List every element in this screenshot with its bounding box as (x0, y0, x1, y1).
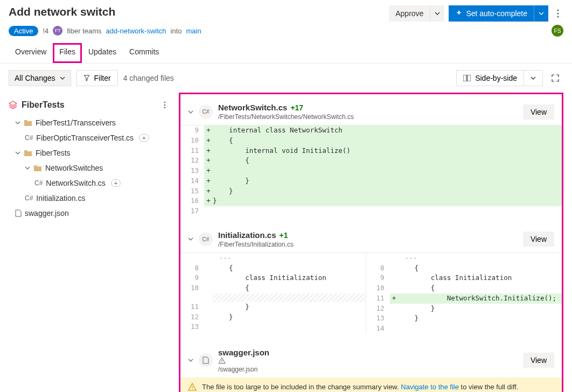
line-number: 8 (366, 263, 390, 274)
team-name: fiber teams (67, 27, 101, 35)
add-badge: + (111, 179, 121, 187)
tree-item[interactable]: FiberTests (9, 145, 170, 160)
add-count: +1 (280, 231, 288, 240)
changed-files-count: 4 changed files (123, 74, 174, 82)
more-actions-button[interactable] (553, 6, 563, 21)
tree-item[interactable]: C#NetworkSwitch.cs+ (9, 176, 170, 191)
file-icon (15, 209, 22, 217)
tree-item[interactable]: C#Initialization.cs (9, 191, 170, 206)
code-line: { (213, 263, 366, 274)
line-number: 12 (180, 156, 204, 166)
file-path: /swagger.json (218, 366, 273, 373)
code-line: { (399, 263, 562, 274)
set-autocomplete-button[interactable]: Set auto-complete (449, 5, 534, 22)
banner-text: The file is too large to be included in … (202, 383, 518, 391)
diff-sign: + (204, 136, 213, 146)
autocomplete-split-button[interactable]: Set auto-complete (449, 5, 548, 22)
svg-point-11 (192, 389, 193, 390)
file-block: C#NetworkSwitch.cs+17/FiberTests/Network… (180, 99, 562, 216)
chevron-down-icon[interactable] (188, 236, 193, 242)
diff-sign: + (204, 196, 213, 206)
view-file-button[interactable]: View (523, 232, 554, 247)
file-name: NetworkSwitch.cs (218, 103, 287, 112)
tab-bar: Overview Files Updates Commits (0, 37, 572, 64)
view-file-button[interactable]: View (523, 104, 554, 120)
line-number: 8 (180, 263, 204, 274)
page-title: Add network switch (9, 5, 115, 18)
tree-more-button[interactable] (159, 98, 170, 112)
autocomplete-label: Set auto-complete (466, 9, 527, 18)
add-badge: + (139, 134, 149, 142)
line-number: 10 (180, 136, 204, 146)
chevron-down-icon[interactable] (188, 358, 193, 363)
tree-item[interactable]: swagger.json (9, 206, 170, 221)
user-avatar[interactable]: FS (552, 25, 563, 37)
source-branch-link[interactable]: add-network-switch (106, 27, 166, 35)
autocomplete-chevron[interactable] (534, 5, 548, 22)
file-name: swagger.json (218, 348, 269, 357)
line-number: 17 (180, 206, 204, 216)
tab-commits[interactable]: Commits (123, 43, 165, 63)
filter-button[interactable]: Filter (76, 70, 118, 86)
diff-sign (204, 206, 213, 216)
view-file-button[interactable]: View (523, 353, 554, 368)
target-branch-link[interactable]: main (186, 27, 201, 35)
side-by-side-button[interactable]: Side-by-side (457, 71, 524, 86)
navigate-file-link[interactable]: Navigate to the file (401, 383, 459, 391)
tree-item[interactable]: C#FiberOpticTransceiverTest.cs+ (9, 130, 170, 145)
line-number: 9 (366, 273, 390, 283)
svg-point-0 (557, 10, 559, 11)
status-badge: Active (9, 26, 38, 36)
chevron-down-icon (25, 165, 30, 171)
code-line (213, 206, 562, 216)
all-changes-label: All Changes (15, 74, 55, 82)
line-number: 14 (366, 324, 390, 334)
approve-split-button[interactable]: Approve (389, 5, 444, 22)
diff-sign: + (204, 146, 213, 156)
chevron-down-icon (15, 150, 20, 156)
diff-sign: + (204, 186, 213, 197)
tree-item[interactable]: NetworkSwitches (9, 160, 170, 176)
code-line: } (213, 312, 366, 323)
file-block: C#Initialization.cs+1/FiberTests/Initial… (180, 226, 562, 334)
filter-label: Filter (94, 74, 111, 82)
code-line: } (213, 186, 562, 197)
approve-button[interactable]: Approve (389, 5, 430, 22)
file-tree: FiberTests FiberTest1/TransceiversC#Fibe… (9, 93, 170, 392)
diff-sign (204, 322, 213, 332)
svg-point-6 (164, 104, 166, 106)
chevron-down-icon[interactable] (188, 109, 193, 115)
chevron-down-icon (60, 75, 65, 81)
diff-sign (204, 263, 213, 274)
into-label: into (171, 27, 182, 35)
diff-sign (204, 312, 213, 323)
file-type-icon: C# (199, 232, 213, 246)
add-count: +17 (290, 103, 303, 112)
cs-icon: C# (25, 194, 33, 202)
all-changes-dropdown[interactable]: All Changes (9, 70, 71, 86)
tree-item[interactable]: FiberTest1/Transceivers (9, 115, 170, 130)
svg-rect-3 (463, 75, 466, 81)
diff-sign: + (204, 166, 213, 176)
folder-icon (24, 119, 32, 127)
diff-sign: + (204, 156, 213, 166)
code-line: } (399, 313, 562, 324)
view-mode-chevron[interactable] (524, 71, 542, 86)
line-number: 11 (180, 146, 204, 156)
diff-sign (204, 302, 213, 312)
line-number: 14 (180, 176, 204, 186)
code-line: class Initialization (213, 273, 366, 283)
view-mode-dropdown[interactable]: Side-by-side (456, 70, 543, 86)
line-number: 15 (180, 186, 204, 197)
fullscreen-button[interactable] (547, 71, 563, 85)
tab-overview[interactable]: Overview (9, 43, 53, 63)
cs-icon: C# (25, 134, 33, 142)
code-line: { (213, 156, 562, 166)
code-line (213, 166, 562, 176)
file-name: Initialization.cs (218, 230, 276, 240)
diff-sign (390, 283, 399, 293)
approve-chevron[interactable] (430, 5, 444, 22)
tab-files[interactable]: Files (53, 43, 82, 63)
tab-updates[interactable]: Updates (82, 43, 123, 63)
warning-icon (188, 383, 197, 391)
